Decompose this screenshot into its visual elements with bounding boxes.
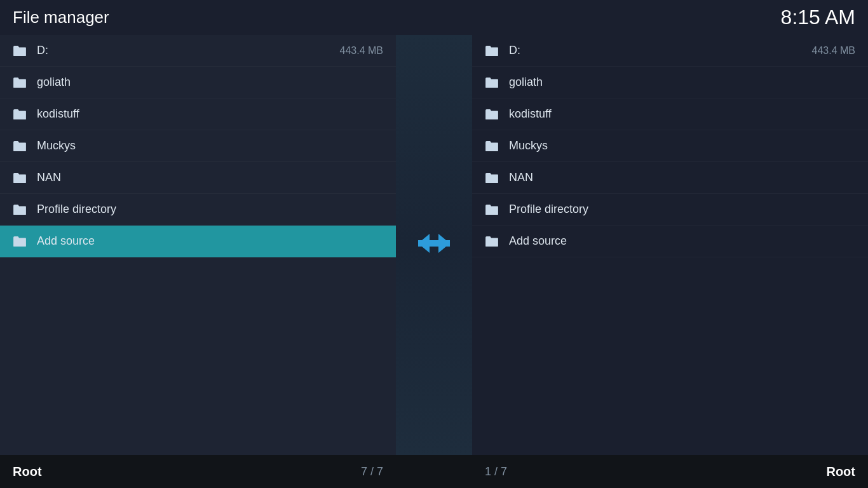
right-list-item[interactable]: NAN [472, 162, 868, 194]
right-list-item[interactable]: goliath [472, 67, 868, 98]
main-content: D: 443.4 MB goliath kodistuff Muckys NAN [0, 35, 868, 455]
clock: 8:15 AM [781, 6, 855, 29]
folder-icon [13, 140, 28, 152]
footer-left: Root 7 / 7 [0, 455, 396, 488]
file-name: goliath [509, 76, 855, 89]
right-file-list: D: 443.4 MB goliath kodistuff Muckys NAN [472, 35, 868, 455]
folder-icon [485, 172, 500, 184]
file-name: Profile directory [509, 203, 855, 216]
right-list-item[interactable]: D: 443.4 MB [472, 35, 868, 67]
right-list-item[interactable]: Add source [472, 226, 868, 257]
left-footer-count: 7 / 7 [361, 465, 383, 478]
file-name: Muckys [37, 139, 383, 152]
folder-icon [485, 235, 500, 248]
left-list-item[interactable]: NAN [0, 162, 396, 194]
file-name: goliath [37, 76, 383, 89]
left-file-list: D: 443.4 MB goliath kodistuff Muckys NAN [0, 35, 396, 455]
folder-icon [485, 140, 500, 152]
panel-divider [396, 35, 472, 455]
right-footer-count: 1 / 7 [485, 465, 507, 478]
folder-icon [13, 44, 28, 57]
left-list-item[interactable]: Profile directory [0, 194, 396, 226]
file-name: kodistuff [509, 107, 855, 121]
right-panel: D: 443.4 MB goliath kodistuff Muckys NAN [472, 35, 868, 455]
folder-icon [13, 172, 28, 184]
file-name: Add source [509, 234, 855, 248]
right-list-item[interactable]: Muckys [472, 130, 868, 162]
folder-icon [485, 44, 500, 57]
right-list-item[interactable]: Profile directory [472, 194, 868, 226]
right-footer-label: Root [826, 464, 855, 479]
left-list-item[interactable]: D: 443.4 MB [0, 35, 396, 67]
app-title: File manager [13, 8, 109, 27]
file-name: kodistuff [37, 107, 383, 121]
transfer-icon [418, 232, 450, 259]
folder-icon [13, 235, 28, 248]
left-list-item[interactable]: Muckys [0, 130, 396, 162]
file-name: D: [37, 44, 334, 57]
footer-divider [396, 455, 472, 488]
file-size: 443.4 MB [812, 45, 855, 57]
folder-icon [13, 108, 28, 121]
folder-icon [13, 203, 28, 216]
left-list-item[interactable]: Add source [0, 226, 396, 257]
folder-icon [13, 76, 28, 89]
svg-marker-1 [418, 234, 450, 253]
header: File manager 8:15 AM [0, 0, 868, 35]
folder-icon [485, 76, 500, 89]
file-name: Add source [37, 234, 383, 248]
file-name: Profile directory [37, 203, 383, 216]
left-panel: D: 443.4 MB goliath kodistuff Muckys NAN [0, 35, 396, 455]
left-list-item[interactable]: goliath [0, 67, 396, 98]
file-name: NAN [509, 171, 855, 184]
left-footer-label: Root [13, 464, 42, 479]
folder-icon [485, 108, 500, 121]
file-name: NAN [37, 171, 383, 184]
right-list-item[interactable]: kodistuff [472, 98, 868, 130]
file-name: D: [509, 44, 806, 57]
footer: Root 7 / 7 1 / 7 Root [0, 455, 868, 488]
footer-right: 1 / 7 Root [472, 455, 868, 488]
file-size: 443.4 MB [340, 45, 383, 57]
left-list-item[interactable]: kodistuff [0, 98, 396, 130]
file-name: Muckys [509, 139, 855, 152]
folder-icon [485, 203, 500, 216]
